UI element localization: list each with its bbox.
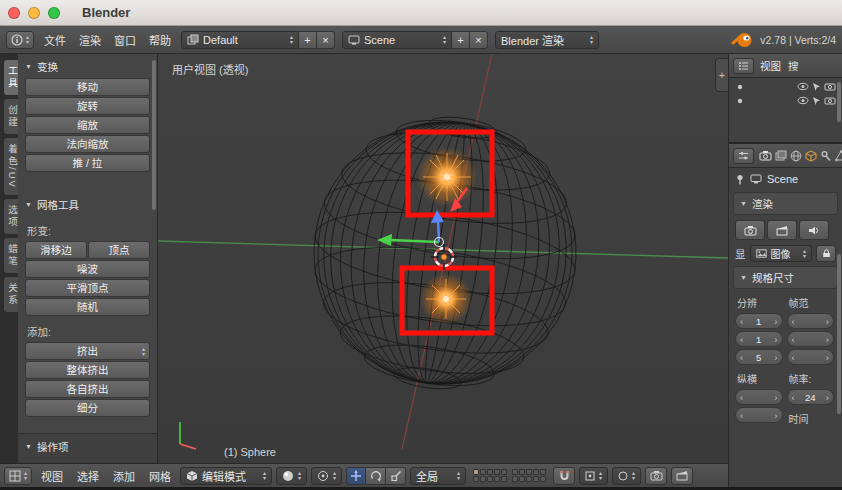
extrude-individual-button[interactable]: 各自挤出 [25, 380, 150, 398]
push-pull-button[interactable]: 推 / 拉 [25, 154, 150, 172]
pin-icon[interactable] [735, 174, 745, 185]
smooth-vertex-button[interactable]: 平滑顶点 [25, 279, 150, 297]
delete-screen-button[interactable] [317, 31, 335, 49]
noise-button[interactable]: 噪波 [25, 260, 150, 278]
properties-breadcrumb: Scene [729, 168, 842, 188]
outliner-menu-search[interactable]: 搜 [787, 58, 800, 73]
snap-toggle-button[interactable] [553, 467, 575, 485]
mode-dropdown[interactable]: 编辑模式 [180, 467, 272, 485]
pivot-point-dropdown[interactable] [311, 467, 342, 485]
randomize-button[interactable]: 随机 [25, 298, 150, 316]
tab-modifiers-icon[interactable] [820, 150, 832, 162]
panel-header-operator[interactable]: 操作项 [18, 434, 157, 457]
render-still-button[interactable] [735, 220, 765, 240]
menu-add[interactable]: 添加 [108, 468, 140, 484]
render-audio-button[interactable] [799, 220, 829, 240]
breadcrumb-scene-label[interactable]: Scene [767, 173, 798, 185]
frame-end-field[interactable] [787, 331, 835, 347]
panel-header-dimensions[interactable]: 规格尺寸 [733, 266, 838, 289]
editor-type-button-outliner[interactable] [733, 58, 754, 74]
shading-sphere-icon [282, 470, 294, 482]
camera-icon[interactable] [824, 96, 836, 105]
tab-render-icon[interactable] [759, 150, 772, 161]
manipulator-translate-toggle[interactable] [346, 467, 366, 485]
resolution-x-field[interactable]: 1 [735, 313, 783, 329]
delete-scene-button[interactable] [470, 31, 488, 49]
resolution-y-field[interactable]: 1 [735, 331, 783, 347]
tab-data-icon[interactable] [835, 150, 842, 162]
manipulator-scale-toggle[interactable] [386, 467, 406, 485]
transform-orientation-dropdown[interactable]: 全局 [410, 467, 466, 485]
clapperboard-icon [676, 470, 688, 481]
menu-mesh[interactable]: 网格 [144, 468, 176, 484]
render-animation-button[interactable] [767, 220, 797, 240]
toolshelf-scrollbar[interactable] [152, 60, 156, 210]
cursor-arrow-icon[interactable] [812, 82, 821, 92]
translate-button[interactable]: 移动 [25, 78, 150, 96]
manipulator-rotate-toggle[interactable] [366, 467, 386, 485]
blender-logo [731, 31, 753, 49]
scale-button[interactable]: 缩放 [25, 116, 150, 134]
snap-element-dropdown[interactable] [579, 467, 608, 485]
add-screen-button[interactable] [299, 31, 317, 49]
eye-icon[interactable] [797, 96, 809, 105]
cursor-arrow-icon[interactable] [812, 96, 821, 106]
outliner-menu-view[interactable]: 视图 [759, 58, 782, 73]
add-scene-button[interactable] [452, 31, 470, 49]
fps-field[interactable]: 24 [787, 389, 835, 405]
tab-world-icon[interactable] [790, 150, 802, 162]
properties-scrollbar[interactable] [837, 254, 841, 414]
frame-step-field[interactable] [787, 349, 835, 365]
panel-header-transform[interactable]: 变换 [18, 54, 157, 77]
aspect-y-field[interactable] [735, 407, 783, 423]
tab-render-layers-icon[interactable] [775, 150, 787, 161]
shrink-fatten-button[interactable]: 法向缩放 [25, 135, 150, 153]
outliner-header: 视图 搜 [729, 54, 842, 78]
resolution-percent-field[interactable]: 5 [735, 349, 783, 365]
menu-help[interactable]: 帮助 [146, 32, 174, 48]
viewport-canvas[interactable] [158, 54, 728, 463]
extrude-region-button[interactable]: 整体挤出 [25, 361, 150, 379]
maximize-window-button[interactable] [48, 7, 60, 19]
minimize-window-button[interactable] [28, 7, 40, 19]
outliner-row[interactable] [729, 92, 842, 106]
camera-icon[interactable] [824, 82, 836, 91]
display-lock-button[interactable] [816, 245, 836, 262]
screen-layout-dropdown[interactable]: Default [181, 31, 299, 49]
rotate-icon [370, 470, 382, 482]
layers-widget[interactable] [473, 469, 546, 482]
display-mode-value: 图像 [771, 246, 791, 261]
outliner-row[interactable] [729, 78, 842, 92]
opengl-render-still-button[interactable] [645, 467, 667, 485]
display-mode-dropdown[interactable]: 图像 [750, 245, 813, 262]
editor-type-button-3dview[interactable] [4, 467, 32, 485]
panel-header-render[interactable]: 渲染 [733, 192, 838, 215]
close-window-button[interactable] [8, 7, 20, 19]
vertex-slide-button[interactable]: 顶点 [88, 241, 150, 259]
manipulator-y-arrow[interactable] [377, 234, 392, 246]
scene-dropdown[interactable]: Scene [342, 31, 452, 49]
properties-region-tab[interactable] [715, 58, 728, 92]
edge-slide-button[interactable]: 滑移边 [25, 241, 87, 259]
panel-header-mesh-tools[interactable]: 网格工具 [18, 192, 157, 215]
proportional-edit-dropdown[interactable] [612, 467, 641, 485]
menu-window[interactable]: 窗口 [111, 32, 139, 48]
3d-viewport[interactable]: 用户视图 (透视) (1) Sphere [158, 54, 728, 463]
tab-object-icon[interactable] [805, 150, 817, 162]
subdivide-button[interactable]: 细分 [25, 399, 150, 417]
menu-view[interactable]: 视图 [36, 468, 68, 484]
opengl-render-anim-button[interactable] [671, 467, 693, 485]
eye-icon[interactable] [797, 82, 809, 91]
menu-render[interactable]: 渲染 [76, 32, 104, 48]
viewport-shading-dropdown[interactable] [276, 467, 307, 485]
rotate-button[interactable]: 旋转 [25, 97, 150, 115]
render-engine-dropdown[interactable]: Blender 渲染 [495, 31, 599, 49]
outliner-scrollbar[interactable] [837, 82, 841, 122]
aspect-x-field[interactable] [735, 389, 783, 405]
menu-select[interactable]: 选择 [72, 468, 104, 484]
editor-type-button-properties[interactable] [733, 148, 754, 164]
extrude-menu-button[interactable]: 挤出 [25, 342, 150, 360]
frame-start-field[interactable] [787, 313, 835, 329]
menu-file[interactable]: 文件 [41, 32, 69, 48]
editor-type-button-info[interactable] [6, 31, 34, 49]
